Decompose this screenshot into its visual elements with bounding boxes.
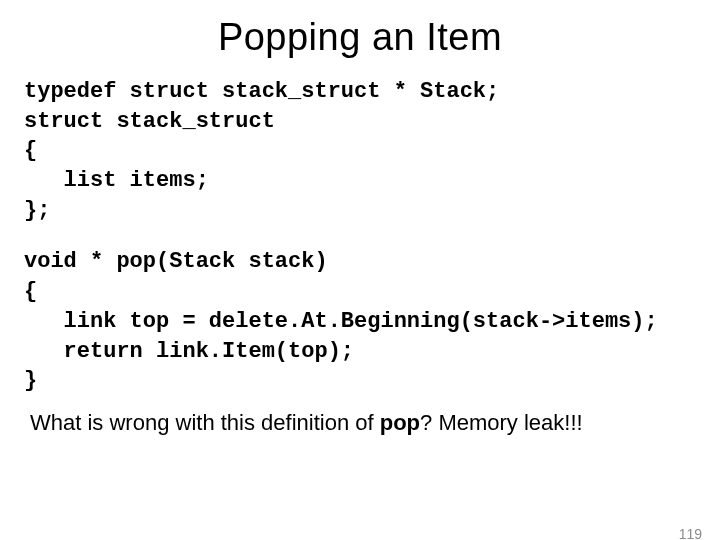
code-line: link top = delete.At.Beginning(stack->it… <box>24 309 658 334</box>
question-text: What is wrong with this definition of po… <box>30 410 720 436</box>
code-block-pop: void * pop(Stack stack) { link top = del… <box>24 247 710 395</box>
code-line: void * pop(Stack stack) <box>24 249 328 274</box>
code-line: }; <box>24 198 50 223</box>
code-line: struct stack_struct <box>24 109 275 134</box>
slide-title: Popping an Item <box>0 16 720 59</box>
code-line: } <box>24 368 37 393</box>
question-prefix: What is wrong with this definition of <box>30 410 380 435</box>
code-line: typedef struct stack_struct * Stack; <box>24 79 499 104</box>
question-suffix: ? Memory leak!!! <box>420 410 583 435</box>
question-bold: pop <box>380 410 420 435</box>
code-line: { <box>24 138 37 163</box>
code-line: { <box>24 279 37 304</box>
page-number: 119 <box>679 526 702 540</box>
slide: Popping an Item typedef struct stack_str… <box>0 16 720 540</box>
code-line: return link.Item(top); <box>24 339 354 364</box>
spacer <box>0 225 720 247</box>
code-block-typedef: typedef struct stack_struct * Stack; str… <box>24 77 710 225</box>
code-line: list items; <box>24 168 209 193</box>
